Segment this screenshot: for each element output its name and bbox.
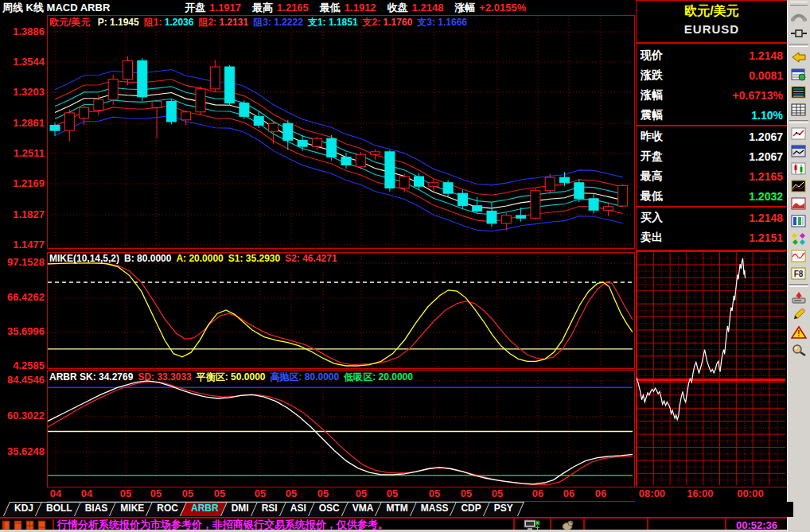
top-stat-value: +2.0155% <box>479 2 526 14</box>
top-stat-label: 涨幅 <box>454 1 475 15</box>
quote-label: 最高 <box>641 169 663 184</box>
area-chart-icon[interactable] <box>789 195 808 212</box>
book-icon[interactable] <box>25 520 34 530</box>
arbr-panel[interactable]: ARBR SK: 34.2769SD: 33.3033平衡区: 50.0000高… <box>47 370 635 487</box>
header-item-label: 支2: <box>363 17 384 28</box>
f8-icon[interactable]: F8 <box>789 265 808 282</box>
wave-chart-icon[interactable] <box>789 247 808 265</box>
header-item: 支3: 1.1666 <box>417 17 467 28</box>
x-axis-label: 05 <box>317 487 329 499</box>
window-chart-icon[interactable] <box>789 142 808 160</box>
top-stat-label: 最高 <box>252 1 273 15</box>
connect-icon[interactable] <box>789 25 808 42</box>
phone-icon[interactable] <box>789 7 808 25</box>
arbr-chart[interactable] <box>48 371 633 485</box>
header-item: A: 20.0000 <box>176 253 223 264</box>
tab-arbr[interactable]: ARBR <box>183 502 227 516</box>
back-arrow-icon[interactable] <box>789 49 808 66</box>
tab-label: DMI <box>232 503 249 514</box>
header-item: ARBR SK: 34.2769 <box>49 371 133 382</box>
mini-time-label: 08:00 <box>639 487 665 499</box>
top-stat-value: 1.2148 <box>412 2 444 14</box>
tab-label: ASI <box>290 503 306 514</box>
header-item-label: 支1: <box>308 17 329 28</box>
intraday-panel[interactable] <box>636 250 788 487</box>
search-icon[interactable] <box>789 341 808 359</box>
book-icon[interactable] <box>37 520 46 530</box>
top-stat-label: 开盘 <box>185 1 205 15</box>
y-axis-label: 97.1528 <box>0 256 45 268</box>
tab-psy[interactable]: PSY <box>486 502 521 516</box>
quote-symbol-code: EURUSD <box>637 22 787 36</box>
x-axis-label: 04 <box>50 487 61 499</box>
header-item-value: 1.2131 <box>219 17 248 28</box>
header-item: P: 1.1945 <box>98 17 139 28</box>
y-axis-label: 35.6996 <box>0 325 45 337</box>
chart-header: 欧元/美元 P: 1.1945阻1: 1.2036阻2: 1.2131阻3: 1… <box>49 16 472 29</box>
mike-chart[interactable] <box>48 253 633 367</box>
trend-chart-icon[interactable] <box>789 177 808 195</box>
intraday-chart[interactable] <box>637 251 785 485</box>
right-toolbar: F8 ! <box>787 0 810 532</box>
header-item: B: 80.0000 <box>124 253 171 264</box>
quote-value: 1.2151 <box>749 231 783 244</box>
candlestick-panel[interactable]: 欧元/美元 P: 1.1945阻1: 1.2036阻2: 1.2131阻3: 1… <box>47 15 635 249</box>
arbr-header: ARBR SK: 34.2769SD: 33.3033平衡区: 50.0000高… <box>49 371 418 384</box>
candlestick-chart[interactable] <box>48 16 633 247</box>
tab-label: ROC <box>157 503 178 514</box>
x-axis-label: 05 <box>429 487 440 499</box>
quote-label: 现价 <box>641 49 663 63</box>
y-axis-label: 66.4262 <box>0 291 45 303</box>
quote-row: 开盘1.2067 <box>637 146 787 166</box>
indicator-tabs: KDJBOLLBIASMIKEROCARBRDMIRSIASIOSCVMAMTM… <box>0 502 793 517</box>
x-axis-label: 05 <box>461 487 472 499</box>
computer-icon[interactable] <box>524 519 541 530</box>
toolbar-grip[interactable] <box>790 2 808 6</box>
quote-value: +0.6713% <box>733 89 783 102</box>
quote-value: 1.2032 <box>749 190 783 203</box>
quote-value: 0.0081 <box>749 69 783 82</box>
header-item: 欧元/美元 <box>49 17 93 28</box>
candlestick-icon[interactable] <box>789 160 808 177</box>
header-item: 支2: 1.1760 <box>363 17 413 28</box>
top-stat-value: 1.2165 <box>277 2 309 14</box>
line-chart-icon[interactable] <box>789 125 808 142</box>
x-axis-label: 05 <box>492 487 503 499</box>
x-axis: 0404050505050505050505050505060606 <box>47 487 635 503</box>
x-axis-label: 05 <box>182 487 193 499</box>
mike-panel[interactable]: MIKE(10,14,5,2)B: 80.0000A: 20.0000S1: 3… <box>47 252 635 369</box>
column-table-icon[interactable] <box>789 212 808 230</box>
header-item-label: 阻3: <box>253 17 274 28</box>
y-axis-label: 1.1477 <box>0 239 45 250</box>
tab-label: MASS <box>421 503 449 514</box>
header-item: 阻1: 1.2036 <box>144 17 194 28</box>
top-stats: 开盘1.1917最高1.2165最低1.1912收盘1.2148涨幅+2.015… <box>173 1 526 15</box>
warning-icon[interactable]: ! <box>789 324 808 341</box>
quote-label: 昨收 <box>641 130 663 144</box>
divider <box>53 519 54 530</box>
x-axis-label: 06 <box>532 487 543 499</box>
list-table-icon[interactable] <box>789 83 808 101</box>
grid-table-icon[interactable] <box>789 101 808 118</box>
pencil-icon[interactable] <box>789 306 808 324</box>
quote-label: 涨跌 <box>641 68 663 83</box>
divider <box>789 284 808 287</box>
scatter-arrows-icon[interactable] <box>789 230 808 247</box>
header-item: S1: 35.2930 <box>228 253 280 264</box>
svg-text:F8: F8 <box>794 270 804 278</box>
mascot-icon[interactable] <box>560 519 574 530</box>
header-item-label: 阻1: <box>144 17 165 28</box>
header-item-value: 1.1666 <box>438 17 467 28</box>
quote-table-icon[interactable] <box>789 66 808 83</box>
save-icon[interactable] <box>789 289 808 306</box>
quote-label: 震幅 <box>641 108 663 122</box>
x-axis-label: 06 <box>595 487 606 499</box>
intraday-time-axis: 08:0016:0000:00 <box>636 487 787 501</box>
book-icon[interactable] <box>2 520 10 530</box>
header-item: 高抛区: 80.0000 <box>270 371 339 382</box>
tab-label: BOLL <box>46 503 72 514</box>
window-title: 周线 K线 MACD ARBR <box>2 1 110 15</box>
y-axis-label: 1.3886 <box>0 25 45 37</box>
book-icon[interactable] <box>14 520 22 530</box>
divider <box>789 44 808 47</box>
